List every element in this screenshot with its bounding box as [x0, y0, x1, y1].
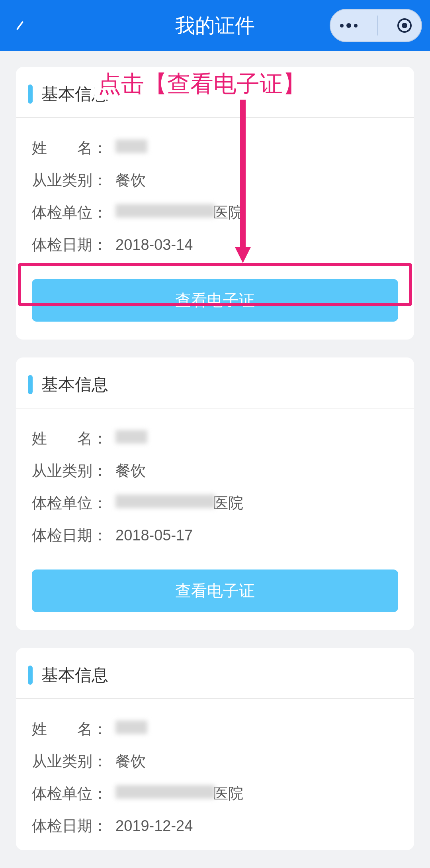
card-header: 基本信息	[16, 648, 414, 699]
name-row: 姓 名：	[32, 713, 398, 745]
card-header: 基本信息	[16, 357, 414, 408]
name-label: 姓 名：	[32, 719, 115, 739]
category-value: 餐饮	[115, 751, 146, 772]
date-row: 体检日期： 2019-12-24	[32, 810, 398, 842]
capsule-divider	[377, 16, 378, 35]
category-row: 从业类别： 餐饮	[32, 745, 398, 778]
category-label: 从业类别：	[32, 461, 115, 481]
category-label: 从业类别：	[32, 751, 115, 772]
unit-value: 医院	[115, 493, 243, 513]
category-row: 从业类别： 餐饮	[32, 164, 398, 196]
view-ecert-button[interactable]: 查看电子证	[32, 279, 398, 322]
card-section-title: 基本信息	[41, 373, 108, 396]
miniprogram-capsule[interactable]	[330, 9, 422, 42]
certificate-card: 基本信息 姓 名： 从业类别： 餐饮 体检单位： 医院 体检日期： 2019-1…	[16, 648, 414, 850]
unit-label: 体检单位：	[32, 784, 115, 804]
back-icon[interactable]	[12, 18, 28, 33]
name-value	[115, 139, 147, 157]
date-label: 体检日期：	[32, 525, 115, 546]
unit-value: 医院	[115, 202, 243, 223]
page-title: 我的证件	[175, 12, 255, 39]
name-label: 姓 名：	[32, 428, 115, 449]
category-value: 餐饮	[115, 461, 146, 481]
app-header: 我的证件	[0, 0, 430, 51]
certificate-card: 基本信息 姓 名： 从业类别： 餐饮 体检单位： 医院 体检日期： 2018-0…	[16, 67, 414, 340]
unit-label: 体检单位：	[32, 493, 115, 513]
unit-value: 医院	[115, 784, 243, 804]
name-label: 姓 名：	[32, 138, 115, 158]
unit-row: 体检单位： 医院	[32, 487, 398, 519]
menu-icon[interactable]	[340, 23, 358, 28]
name-value	[115, 430, 147, 447]
date-row: 体检日期： 2018-03-14	[32, 229, 398, 261]
date-value: 2018-03-14	[115, 236, 193, 253]
card-body: 姓 名： 从业类别： 餐饮 体检单位： 医院 体检日期： 2019-12-24	[16, 699, 414, 850]
accent-bar-icon	[28, 84, 33, 104]
accent-bar-icon	[28, 666, 33, 685]
category-value: 餐饮	[115, 170, 146, 190]
name-row: 姓 名：	[32, 132, 398, 164]
annotation-text: 点击【查看电子证】	[95, 69, 309, 100]
content-area: 基本信息 姓 名： 从业类别： 餐饮 体检单位： 医院 体检日期： 2018-0…	[0, 51, 430, 868]
annotation-arrow-icon	[235, 100, 251, 265]
card-body: 姓 名： 从业类别： 餐饮 体检单位： 医院 体检日期： 2018-03-14	[16, 118, 414, 269]
name-value	[115, 721, 147, 738]
svg-marker-1	[235, 247, 251, 263]
date-row: 体检日期： 2018-05-17	[32, 519, 398, 552]
accent-bar-icon	[28, 375, 33, 394]
certificate-card: 基本信息 姓 名： 从业类别： 餐饮 体检单位： 医院 体检日期： 2018-0…	[16, 357, 414, 630]
unit-row: 体检单位： 医院	[32, 778, 398, 810]
unit-label: 体检单位：	[32, 202, 115, 223]
date-value: 2019-12-24	[115, 817, 193, 835]
date-label: 体检日期：	[32, 235, 115, 255]
date-label: 体检日期：	[32, 816, 115, 836]
view-ecert-button[interactable]: 查看电子证	[32, 570, 398, 612]
card-section-title: 基本信息	[41, 664, 108, 686]
name-row: 姓 名：	[32, 422, 398, 455]
category-label: 从业类别：	[32, 170, 115, 190]
close-icon[interactable]	[397, 18, 412, 33]
date-value: 2018-05-17	[115, 527, 193, 544]
card-body: 姓 名： 从业类别： 餐饮 体检单位： 医院 体检日期： 2018-05-17	[16, 408, 414, 560]
category-row: 从业类别： 餐饮	[32, 455, 398, 487]
unit-row: 体检单位： 医院	[32, 196, 398, 229]
